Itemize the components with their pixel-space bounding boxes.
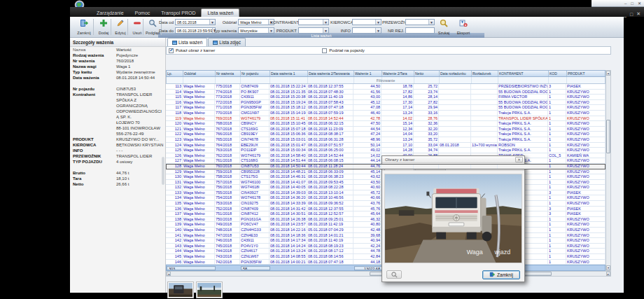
table-row[interactable]: 120Waga Mełno768/2018CB9NCY08.01.2018 15… <box>166 121 606 127</box>
filter-field-kierowca[interactable]: ▼ <box>352 19 382 25</box>
filter-field-data-do[interactable]: 08.01.2018 23:59:59▼ <box>175 27 216 34</box>
table-row[interactable]: 119Waga Mełno769/2018WGT4617908.01.2018 … <box>166 116 606 122</box>
filter-field-typ-ważenia[interactable]: Wszystkie▼ <box>238 27 274 34</box>
column-header[interactable]: Nr pojazdu <box>241 71 270 76</box>
table-row[interactable]: 124Waga Mełno764/2018EBE29UX08.01.2018 1… <box>166 143 606 148</box>
dodaj-button[interactable]: Dodaj <box>95 18 112 36</box>
close-icon[interactable]: ✕ <box>636 11 640 17</box>
checkbox-pokaż-obraz-z-kamer[interactable]: Pokaż obraz z kamer <box>167 48 215 53</box>
detail-row-nr-pojazdu: Nr pojazduCIN87U53 <box>70 86 165 92</box>
filter-field-oddział[interactable]: Waga Mełno▼ <box>238 19 274 25</box>
camera-thumbnail-1[interactable] <box>167 281 194 298</box>
grid-filter-row[interactable]: Filtrowanie <box>166 77 606 84</box>
edytuj-button[interactable]: Edytuj <box>112 18 129 36</box>
filter-label-nr-rej-: NR REJ. <box>388 29 404 33</box>
bg-maximize-icon[interactable]: □ <box>631 1 634 6</box>
tab-lista-zdję-[interactable]: Lista zdjęć <box>208 38 246 46</box>
menu-tab-pomoc[interactable]: Pomoc <box>130 8 156 17</box>
filter-field-kontrahent[interactable]: ▼ <box>298 19 329 25</box>
scroll-down-icon[interactable]: ▼ <box>606 265 610 270</box>
filter-label-data-od: Data od <box>155 20 174 25</box>
table-row[interactable]: 113Waga Mełno775/2018CIN8740908.01.2018 … <box>166 84 606 90</box>
filter-label-typ-ważenia: Typ ważenia <box>213 29 237 33</box>
zamknij-button[interactable]: Zamknij <box>76 18 92 36</box>
filter-field-produkt[interactable]: ▼ <box>298 27 329 34</box>
dialog-close-icon[interactable]: ✕ <box>515 157 523 162</box>
column-header[interactable]: Oddział <box>183 71 216 76</box>
table-row-selected[interactable]: 128Waga Mełno760/2018CIN87U5308.01.2018 … <box>166 164 606 169</box>
detail-row-nr-ważenia: Nr ważenia760/2018 <box>70 58 165 64</box>
column-header[interactable]: Nr ważenia <box>216 71 241 76</box>
detail-row-data-ważenia: Data ważenia08.01.2018 14:50:44 <box>70 75 165 81</box>
dialog-title: Obrazy z kamer <box>385 158 414 162</box>
table-row[interactable]: 121Waga Mełno767/2018CTS169G08.01.2018 1… <box>166 127 606 132</box>
table-row[interactable]: 125Waga Mełno763/2018PO11EIP08.01.2018 1… <box>166 148 606 153</box>
chevron-down-icon[interactable]: ▼ <box>209 20 215 25</box>
camera-images-dialog: Obrazy z kamer ✕ Zdjęcie nr 1Zdjęcie nr … <box>382 155 525 282</box>
chevron-down-icon[interactable]: ▼ <box>268 28 274 33</box>
checkbox-icon[interactable] <box>169 48 174 53</box>
table-row[interactable]: 115Waga Mełno773/2018C4391108.01.2018 15… <box>166 95 606 100</box>
grid-icon <box>213 41 218 45</box>
bg-minimize-icon[interactable]: – <box>624 1 626 6</box>
table-row[interactable]: 117Waga Mełno771/2018PGN305FW08.01.2018 … <box>166 105 606 111</box>
menu-tab-zarz-dzanie[interactable]: Zarządzanie <box>91 8 130 17</box>
column-header[interactable]: KONTRAHENT <box>498 71 549 76</box>
summary-vehicles: 58 <box>241 266 270 270</box>
chevron-down-icon[interactable]: ▼ <box>375 28 381 33</box>
exit-icon <box>80 18 88 30</box>
table-row[interactable]: 123Waga Mełno765/2018CIN7467808.01.2018 … <box>166 137 606 143</box>
szukaj-button[interactable]: Szukaj <box>435 18 452 36</box>
filter-field-przewoźnik[interactable]: ▼ <box>405 19 435 25</box>
maximize-icon[interactable]: □ <box>630 12 633 17</box>
checkbox-podział-na-pojazdy[interactable]: Podział na pojazdy <box>320 48 364 53</box>
column-header[interactable]: Rozładunek <box>472 71 498 76</box>
chevron-down-icon[interactable]: ▼ <box>375 20 381 25</box>
column-header[interactable]: Lp. <box>167 71 183 76</box>
grid-header-row: Lp.OddziałNr ważeniaNr pojazduData ważen… <box>166 70 606 77</box>
zoom-photo-button[interactable] <box>386 270 402 279</box>
sidebar-scrollbar[interactable] <box>162 157 164 185</box>
table-row[interactable]: 118Waga Mełno770/2018CMG1N9708.01.2018 1… <box>166 111 606 116</box>
checkbox-icon[interactable] <box>322 48 327 53</box>
tab-lista-ważeń[interactable]: Lista ważeń <box>167 38 207 46</box>
filter-field-nr-rej-[interactable] <box>405 27 435 34</box>
bg-close-icon[interactable]: ✕ <box>638 1 641 6</box>
table-row[interactable]: 116Waga Mełno772/2018PGN950GP08.01.2018 … <box>166 100 606 106</box>
camera-thumbnail-2[interactable] <box>196 281 223 298</box>
chevron-down-icon[interactable]: ▼ <box>428 20 434 25</box>
column-header[interactable]: Data ważenia 1 <box>270 71 308 76</box>
table-row[interactable]: 122Waga Mełno766/2018CB919EY08.01.2018 1… <box>166 132 606 137</box>
filter-label-kierowca: KIEROWCA <box>330 20 351 25</box>
filter-label-info: INFO <box>340 29 351 33</box>
column-header[interactable]: Ważenie 1 <box>354 71 382 76</box>
scroll-up-icon[interactable]: ▲ <box>606 71 610 76</box>
column-header[interactable]: Data rozładunku <box>440 71 472 76</box>
menu-tab-lista-wa-e-[interactable]: Lista ważeń <box>201 8 239 17</box>
filter-field-info[interactable]: ▼ <box>352 27 382 34</box>
scroll-right-icon[interactable]: ► <box>606 272 610 276</box>
detail-row-typ-kwitu: Typ kwituWydanie zewnętrzne <box>70 69 165 75</box>
scroll-left-icon[interactable]: ◄ <box>167 272 171 276</box>
column-header[interactable]: Data ważenia 2/Tarowania <box>308 71 354 76</box>
menu-tab-transpol-prod[interactable]: Transpol PROD <box>155 8 201 17</box>
chevron-down-icon[interactable]: ▼ <box>323 20 328 25</box>
options-row: Pokaż obraz z kamerPodział na pojazdy <box>166 46 611 55</box>
column-header[interactable]: PRODUKT <box>567 71 606 76</box>
vertical-scroll-thumb[interactable] <box>606 120 610 153</box>
grid-vertical-scrollbar[interactable]: ▲ ▼ <box>606 70 611 271</box>
eksport-button[interactable]: Eksport <box>455 18 472 36</box>
column-header[interactable]: Netto <box>414 71 440 76</box>
detail-row-przewoźnik: PRZEWOŹNIKTRANSPOL LIDER <box>70 153 165 159</box>
table-row[interactable]: 114Waga Mełno774/2018PO 8K90708.01.2018 … <box>166 90 606 95</box>
column-header[interactable]: KOD <box>549 71 567 76</box>
detail-row-nazwa-wagi: Nazwa wagiWaga 1 <box>70 64 165 69</box>
search-icon <box>440 18 448 30</box>
weighing-details-title: Szczegóły ważenia <box>70 38 165 47</box>
filter-field-data-od[interactable]: 08.01.2018▼ <box>175 19 216 25</box>
minimize-icon[interactable]: _ <box>624 12 626 17</box>
delete-icon <box>133 18 141 30</box>
column-header[interactable]: Ważenie 2/Tara <box>382 71 414 76</box>
dialog-close-button[interactable]: Zamknij <box>482 270 520 279</box>
chevron-down-icon[interactable]: ▼ <box>323 28 328 33</box>
